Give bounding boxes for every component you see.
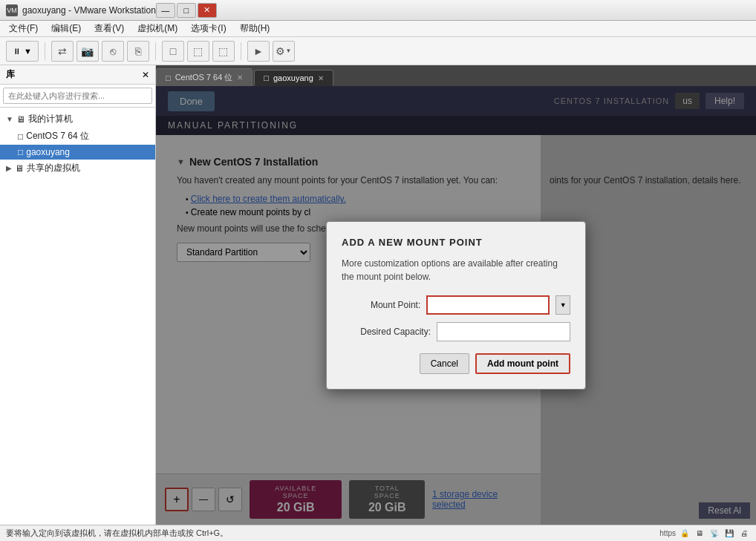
sidebar-header: 库 ✕ bbox=[0, 65, 155, 85]
menu-help[interactable]: 帮助(H) bbox=[234, 21, 276, 36]
sidebar-tree: ▼ 🖥 我的计算机 □ CentOS 7 64 位 □ gaoxuyang ▶ … bbox=[0, 108, 155, 525]
tab-gaoxuyang-label: gaoxuyang bbox=[273, 73, 313, 82]
tab-centos[interactable]: □ CentOS 7 64 位 ✕ bbox=[156, 68, 252, 86]
tabs-bar: □ CentOS 7 64 位 ✕ □ gaoxuyang ✕ bbox=[156, 65, 756, 86]
sidebar-search-container bbox=[0, 85, 155, 108]
expand-icon: ▼ bbox=[6, 115, 13, 123]
minimize-button[interactable]: — bbox=[156, 3, 175, 18]
print-icon: 🖨 bbox=[738, 528, 750, 540]
dialog-title: ADD A NEW MOUNT POINT bbox=[342, 237, 570, 248]
menu-tabs[interactable]: 选项卡(I) bbox=[185, 21, 232, 36]
shared-icon: 🖥 bbox=[15, 163, 24, 174]
toolbar-sep-2 bbox=[155, 42, 156, 60]
mount-point-row: Mount Point: ▼ bbox=[342, 295, 570, 315]
toolbar: ⏸ ▼ ⇄ 📷 ⎋ ⎘ □ ⬚ ⬚ ► ⚙ ▼ bbox=[0, 37, 756, 65]
window-controls: — □ ✕ bbox=[156, 3, 217, 18]
sidebar-item-label-centos: CentOS 7 64 位 bbox=[26, 130, 89, 142]
add-mount-point-dialog-button[interactable]: Add mount point bbox=[475, 353, 570, 374]
unity-button[interactable]: ⬚ bbox=[212, 41, 235, 62]
pause-dropdown-icon: ▼ bbox=[24, 47, 32, 56]
tab-centos-close[interactable]: ✕ bbox=[237, 73, 243, 82]
window-title: gaoxuyang - VMware Workstation bbox=[22, 5, 156, 16]
send-keys-button[interactable]: ⇄ bbox=[51, 41, 74, 62]
monitor-icon: 🖥 bbox=[694, 528, 706, 540]
tab-gaoxuyang[interactable]: □ gaoxuyang ✕ bbox=[254, 70, 333, 86]
fullscreen-button[interactable]: ⬚ bbox=[187, 41, 209, 62]
sidebar: 库 ✕ ▼ 🖥 我的计算机 □ CentOS 7 64 位 □ gaoxuyan… bbox=[0, 65, 156, 525]
expand-icon-shared: ▶ bbox=[6, 164, 12, 172]
content-area: □ CentOS 7 64 位 ✕ □ gaoxuyang ✕ Done CEN… bbox=[156, 65, 756, 525]
close-button[interactable]: ✕ bbox=[198, 3, 217, 18]
dialog-buttons: Cancel Add mount point bbox=[342, 353, 570, 374]
sidebar-search-input[interactable] bbox=[3, 88, 152, 104]
settings-icon: ⚙ bbox=[276, 45, 285, 57]
toolbar-sep-1 bbox=[45, 42, 45, 60]
modal-overlay: ADD A NEW MOUNT POINT More customization… bbox=[156, 86, 756, 525]
dialog-description: More customization options are available… bbox=[342, 257, 570, 283]
tab-gaoxuyang-icon: □ bbox=[264, 73, 269, 82]
desired-capacity-label: Desired Capacity: bbox=[342, 327, 431, 337]
sidebar-item-my-computer[interactable]: ▼ 🖥 我的计算机 bbox=[0, 111, 155, 128]
tab-centos-label: CentOS 7 64 位 bbox=[175, 72, 233, 83]
mount-point-dropdown-button[interactable]: ▼ bbox=[555, 295, 570, 315]
toolbar-sep-3 bbox=[241, 42, 241, 60]
main-layout: 库 ✕ ▼ 🖥 我的计算机 □ CentOS 7 64 位 □ gaoxuyan… bbox=[0, 65, 756, 525]
mount-point-input[interactable] bbox=[426, 295, 550, 315]
settings-button[interactable]: ⚙ ▼ bbox=[273, 41, 295, 62]
menu-vm[interactable]: 虚拟机(M) bbox=[131, 21, 183, 36]
sidebar-item-label: 我的计算机 bbox=[28, 113, 73, 125]
statusbar-right: https 🔒 🖥 📡 💾 🖨 bbox=[659, 528, 750, 540]
tab-gaoxuyang-close[interactable]: ✕ bbox=[318, 74, 324, 82]
sidebar-item-shared[interactable]: ▶ 🖥 共享的虚拟机 bbox=[0, 160, 155, 177]
menu-edit[interactable]: 编辑(E) bbox=[45, 21, 87, 36]
vm-content: Done CENTOS 7 INSTALLATION us Help! MANU… bbox=[156, 86, 756, 525]
storage-icon: 💾 bbox=[723, 528, 735, 540]
vm-icon-centos: □ bbox=[18, 131, 23, 142]
titlebar: VM gaoxuyang - VMware Workstation — □ ✕ bbox=[0, 0, 756, 21]
fit-window-button[interactable]: □ bbox=[162, 41, 184, 62]
tab-centos-icon: □ bbox=[166, 73, 171, 82]
desired-capacity-row: Desired Capacity: bbox=[342, 322, 570, 341]
vm-icon-gaoxuyang: □ bbox=[18, 147, 23, 157]
statusbar: 要将输入定向到该虚拟机，请在虚拟机内部单击或按 Ctrl+G。 https 🔒 … bbox=[0, 525, 756, 541]
pause-icon: ⏸ bbox=[13, 47, 21, 56]
sidebar-item-label-shared: 共享的虚拟机 bbox=[27, 162, 80, 174]
desired-capacity-input[interactable] bbox=[437, 322, 570, 341]
mount-point-label: Mount Point: bbox=[342, 300, 420, 310]
statusbar-https: https bbox=[659, 529, 676, 537]
network-icon: 🔒 bbox=[679, 528, 691, 540]
app-icon: VM bbox=[6, 4, 18, 16]
menu-file[interactable]: 文件(F) bbox=[3, 21, 44, 36]
sidebar-item-centos[interactable]: □ CentOS 7 64 位 bbox=[0, 128, 155, 145]
signal-icon: 📡 bbox=[708, 528, 720, 540]
sidebar-close-button[interactable]: ✕ bbox=[142, 70, 149, 80]
snapshot-button[interactable]: 📷 bbox=[76, 41, 99, 62]
revert-button[interactable]: ⎋ bbox=[102, 41, 124, 62]
cancel-button[interactable]: Cancel bbox=[420, 353, 469, 374]
sidebar-title: 库 bbox=[6, 68, 15, 81]
sidebar-item-gaoxuyang[interactable]: □ gaoxuyang bbox=[0, 145, 155, 160]
computer-icon: 🖥 bbox=[16, 114, 25, 125]
sidebar-item-label-gaoxuyang: gaoxuyang bbox=[26, 147, 70, 157]
pause-button[interactable]: ⏸ ▼ bbox=[6, 41, 39, 62]
share-button[interactable]: ⎘ bbox=[127, 41, 149, 62]
statusbar-hint: 要将输入定向到该虚拟机，请在虚拟机内部单击或按 Ctrl+G。 bbox=[6, 528, 228, 539]
console-button[interactable]: ► bbox=[247, 41, 270, 62]
add-mount-point-dialog: ADD A NEW MOUNT POINT More customization… bbox=[326, 221, 586, 390]
maximize-button[interactable]: □ bbox=[177, 3, 196, 18]
menubar: 文件(F) 编辑(E) 查看(V) 虚拟机(M) 选项卡(I) 帮助(H) bbox=[0, 21, 756, 37]
settings-dropdown-icon: ▼ bbox=[285, 47, 291, 54]
menu-view[interactable]: 查看(V) bbox=[88, 21, 130, 36]
